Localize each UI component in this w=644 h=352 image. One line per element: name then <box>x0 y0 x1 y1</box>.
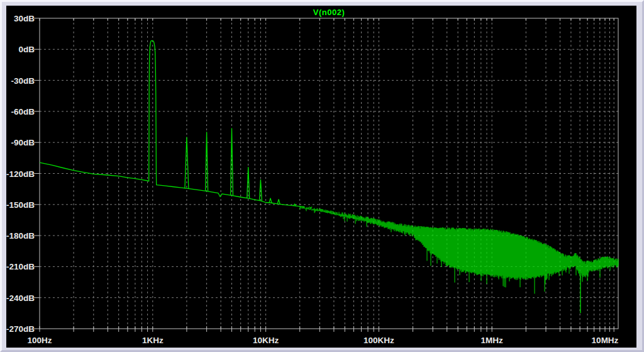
axis-ticks <box>34 18 614 332</box>
y-axis-label: -120dB <box>6 169 35 179</box>
x-axis-label: 100KHz <box>364 336 394 345</box>
y-axis-label: -150dB <box>6 200 35 210</box>
y-axis-label: -240dB <box>6 293 35 303</box>
y-axis-label: -60dB <box>11 107 35 116</box>
y-axis-label: 30dB <box>14 14 35 23</box>
y-axis-label: -210dB <box>6 262 35 271</box>
x-axis-label: 1KHz <box>142 336 164 345</box>
fft-noise-band[interactable] <box>300 206 618 293</box>
x-axis-label: 1MHz <box>481 336 504 345</box>
y-axis-label: 0dB <box>18 45 35 54</box>
plot-border <box>40 18 618 329</box>
x-axis-label: 100Hz <box>27 336 52 345</box>
fft-chart[interactable]: 30dB0dB-30dB-60dB-90dB-120dB-150dB-180dB… <box>0 0 644 352</box>
x-axis-label: 10KHz <box>253 336 279 345</box>
y-axis-label: -90dB <box>11 138 35 147</box>
ltspice-fft-window: V(n002) 30dB0dB-30dB-60dB-90dB-120dB-150… <box>0 0 644 352</box>
fft-trace-main[interactable] <box>40 40 304 207</box>
y-axis-label: -180dB <box>6 231 35 241</box>
y-axis-label: -30dB <box>11 76 35 86</box>
y-axis-label: -270dB <box>6 324 35 334</box>
x-axis-label: 10MHz <box>592 336 619 345</box>
